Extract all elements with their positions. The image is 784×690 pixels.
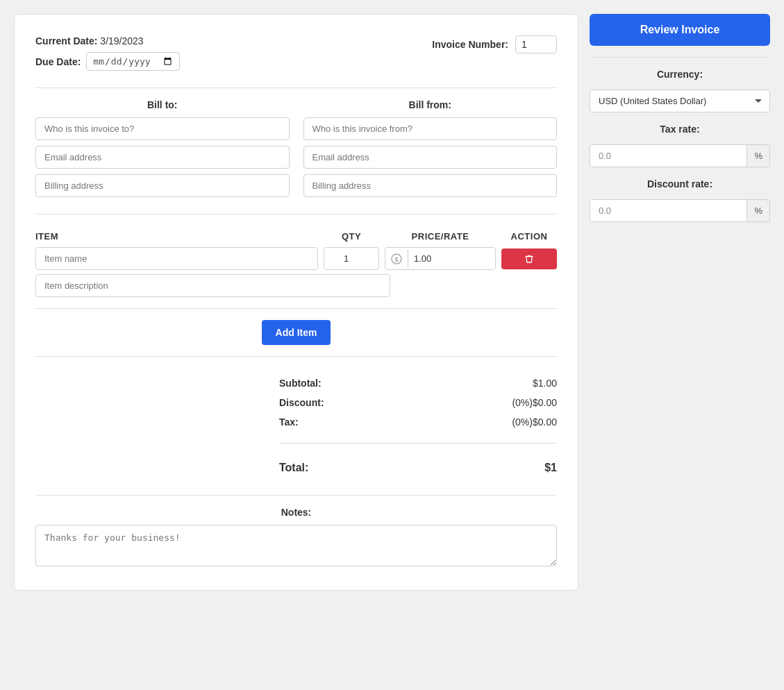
invoice-card: Current Date: 3/19/2023 Due Date: Invoic… [14,14,578,591]
notes-label: Notes: [35,507,557,518]
col-qty-header: QTY [324,231,379,242]
divider-2 [35,214,557,214]
bill-section: Bill to: Bill from: [35,99,557,197]
invoice-number-input[interactable] [515,35,557,53]
date-section: Current Date: 3/19/2023 Due Date: [35,35,180,71]
bill-from-name-input[interactable] [303,117,558,140]
grand-total-row: Total: $1 [279,455,557,478]
divider-5 [279,443,557,444]
due-date-input[interactable] [86,52,180,71]
tax-rate-input[interactable] [590,145,747,167]
divider-4 [35,356,557,357]
bill-from-label: Bill from: [303,99,558,110]
currency-select[interactable]: USD (United States Dollar) [590,90,770,112]
item-name-input[interactable] [35,247,318,270]
bill-to-name-input[interactable] [35,117,290,140]
tax-rate-input-row: % [590,144,770,167]
review-invoice-button[interactable]: Review Invoice [590,14,770,46]
discount-value: (0%)$0.00 [512,397,557,408]
divider-3 [35,308,557,309]
current-date-display: Current Date: 3/19/2023 [35,35,180,47]
dollar-circle-icon: $ [385,249,408,269]
due-date-label: Due Date: [35,56,81,67]
discount-rate-section: Discount rate: % [590,178,770,222]
currency-section: Currency: USD (United States Dollar) [590,69,770,112]
bill-from-email-input[interactable] [303,146,558,169]
divider-1 [35,87,557,88]
bill-from-section: Bill from: [303,99,558,197]
subtotal-row: Subtotal: $1.00 [279,373,557,393]
sidebar-divider-1 [590,57,770,58]
divider-6 [35,495,557,496]
invoice-number-label: Invoice Number: [432,39,508,50]
bill-to-section: Bill to: [35,99,290,197]
items-table-header: ITEM QTY PRICE/RATE ACTION [35,226,557,247]
tax-rate-label: Tax rate: [590,124,770,135]
tax-row: Tax: (0%)$0.00 [279,412,557,432]
invoice-header: Current Date: 3/19/2023 Due Date: Invoic… [35,35,557,71]
subtotal-label: Subtotal: [279,378,322,389]
delete-item-button[interactable] [501,249,557,269]
total-label: Total: [279,462,308,474]
tax-percent-symbol: % [747,145,769,167]
subtotal-value: $1.00 [533,378,557,389]
bill-to-email-input[interactable] [35,146,290,169]
bill-to-address-input[interactable] [35,174,290,197]
discount-rate-input[interactable] [590,200,747,221]
svg-text:$: $ [394,256,398,263]
discount-percent-symbol: % [747,200,769,221]
bill-from-address-input[interactable] [303,174,558,197]
total-value: $1 [544,462,557,474]
col-price-header: PRICE/RATE [385,231,496,242]
due-date-row: Due Date: [35,52,180,71]
col-action-header: ACTION [501,231,557,242]
add-item-button[interactable]: Add Item [262,320,331,345]
trash-icon [524,254,534,264]
discount-label: Discount: [279,397,324,408]
invoice-number-section: Invoice Number: [432,35,557,53]
item-description-input[interactable] [35,274,390,297]
price-rate-wrapper: $ [385,247,496,270]
tax-rate-section: Tax rate: % [590,124,770,167]
discount-rate-input-row: % [590,199,770,222]
currency-label: Currency: [590,69,770,80]
bill-to-label: Bill to: [35,99,290,110]
notes-textarea[interactable] [35,525,557,566]
tax-label: Tax: [279,416,299,428]
totals-section: Subtotal: $1.00 Discount: (0%)$0.00 Tax:… [279,368,557,484]
item-qty-input[interactable] [324,247,379,270]
col-item-header: ITEM [35,231,318,242]
item-row: $ [35,247,557,297]
sidebar: Review Invoice Currency: USD (United Sta… [590,14,770,222]
item-main-row: $ [35,247,557,270]
item-price-input[interactable] [408,248,495,269]
discount-rate-label: Discount rate: [590,178,770,190]
discount-row: Discount: (0%)$0.00 [279,393,557,412]
tax-value: (0%)$0.00 [512,416,557,428]
